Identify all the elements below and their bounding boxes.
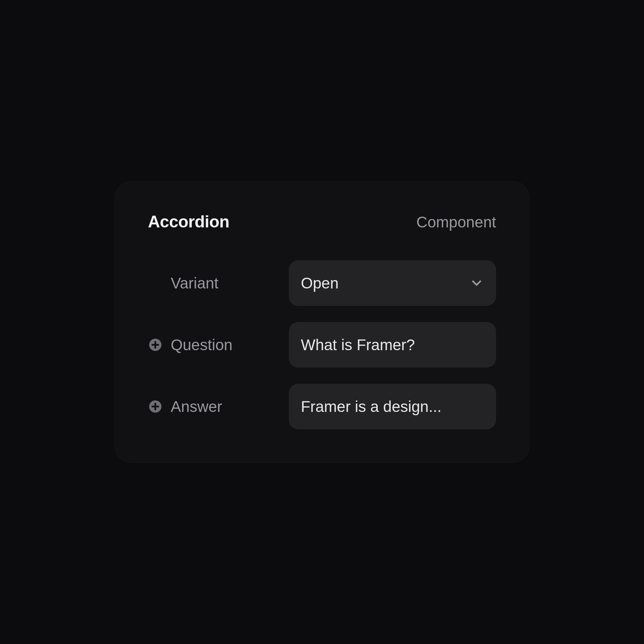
- variant-label: Variant: [171, 274, 218, 292]
- row-answer: Answer Framer is a design...: [148, 384, 496, 429]
- question-input[interactable]: What is Framer?: [289, 322, 496, 368]
- panel-header: Accordion Component: [148, 212, 496, 231]
- row-question-left: Question: [148, 336, 282, 354]
- answer-label: Answer: [171, 397, 222, 416]
- variant-select[interactable]: Open: [289, 260, 496, 306]
- question-value: What is Framer?: [301, 336, 484, 354]
- row-variant: Variant Open: [148, 260, 496, 306]
- row-variant-left: Variant: [148, 274, 282, 292]
- plus-circle-icon[interactable]: [148, 399, 163, 414]
- answer-input[interactable]: Framer is a design...: [289, 384, 496, 429]
- answer-value: Framer is a design...: [301, 397, 484, 416]
- row-question: Question What is Framer?: [148, 322, 496, 368]
- plus-circle-icon[interactable]: [148, 337, 163, 352]
- row-answer-left: Answer: [148, 397, 282, 416]
- stage: Accordion Component Variant Open: [0, 0, 644, 644]
- component-panel: Accordion Component Variant Open: [115, 181, 529, 463]
- question-label: Question: [171, 336, 232, 354]
- variant-value: Open: [301, 274, 464, 292]
- chevron-down-icon: [469, 276, 484, 290]
- panel-title: Accordion: [148, 212, 229, 231]
- panel-type-label: Component: [416, 213, 496, 231]
